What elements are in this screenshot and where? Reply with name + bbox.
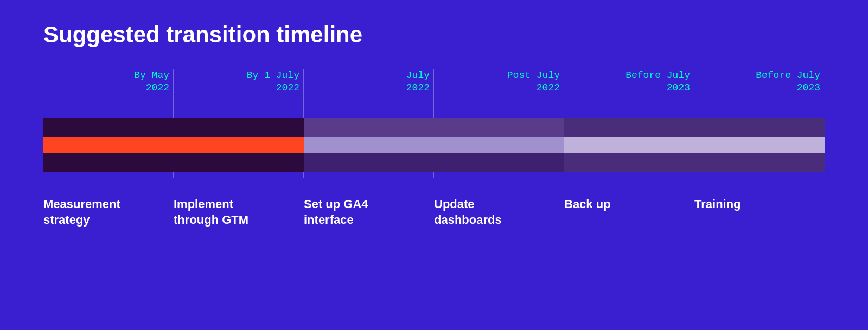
bar2-seg2 (304, 137, 564, 153)
col-label-text-implement: Implement through GTM (174, 197, 298, 228)
bars-area (43, 118, 825, 183)
bar1-seg2 (304, 118, 564, 137)
col-header-before-july-2023-b: Before July 2023 (694, 69, 825, 113)
timeline-wrapper: By May 2022 By 1 July 2022 July 2022 Pos… (43, 69, 825, 228)
labels-area: Measurement strategy Implement through G… (43, 197, 825, 228)
bar1-seg1 (43, 118, 304, 137)
page-title: Suggested transition timeline (43, 22, 825, 48)
col-header-before-july-2023-a: Before July 2023 (564, 69, 694, 113)
bar3-seg3 (564, 153, 825, 172)
bar2-seg1 (43, 137, 304, 153)
page-container: Suggested transition timeline By May 202… (0, 0, 868, 330)
col-label-text-update: Update dashboards (434, 197, 559, 228)
bar2-seg3 (564, 137, 825, 153)
col-header-post-july-2022: Post July 2022 (434, 69, 564, 113)
bar-row-1 (43, 118, 825, 137)
col-header-july-2022: July 2022 (304, 69, 434, 113)
col-label-training: Training (694, 197, 825, 228)
col-label-text-setup: Set up GA4 interface (304, 197, 429, 228)
col-label-setup: Set up GA4 interface (304, 197, 434, 228)
col-header-by-may-2022: By May 2022 (43, 69, 174, 113)
col-label-update: Update dashboards (434, 197, 564, 228)
col-header-text-by-may: By May 2022 (134, 69, 169, 95)
col-header-text-post-july: Post July 2022 (507, 69, 560, 95)
col-header-by-july-2022: By 1 July 2022 (174, 69, 304, 113)
col-label-implement: Implement through GTM (174, 197, 304, 228)
bar3-seg2 (304, 153, 564, 172)
col-header-text-by-july: By 1 July 2022 (247, 69, 299, 95)
col-header-text-july: July 2022 (406, 69, 430, 95)
col-label-text-backup: Back up (564, 197, 689, 212)
col-label-backup: Back up (564, 197, 694, 228)
bar-row-2 (43, 137, 825, 153)
columns-header: By May 2022 By 1 July 2022 July 2022 Pos… (43, 69, 825, 113)
bar-row-3 (43, 153, 825, 172)
col-label-measurement: Measurement strategy (43, 197, 174, 228)
col-header-text-before-july-a: Before July 2023 (626, 69, 690, 95)
col-label-text-measurement: Measurement strategy (43, 197, 168, 228)
bar3-seg1 (43, 153, 304, 172)
col-label-text-training: Training (694, 197, 819, 212)
bar1-seg3 (564, 118, 825, 137)
col-header-text-before-july-b: Before July 2023 (756, 69, 820, 95)
